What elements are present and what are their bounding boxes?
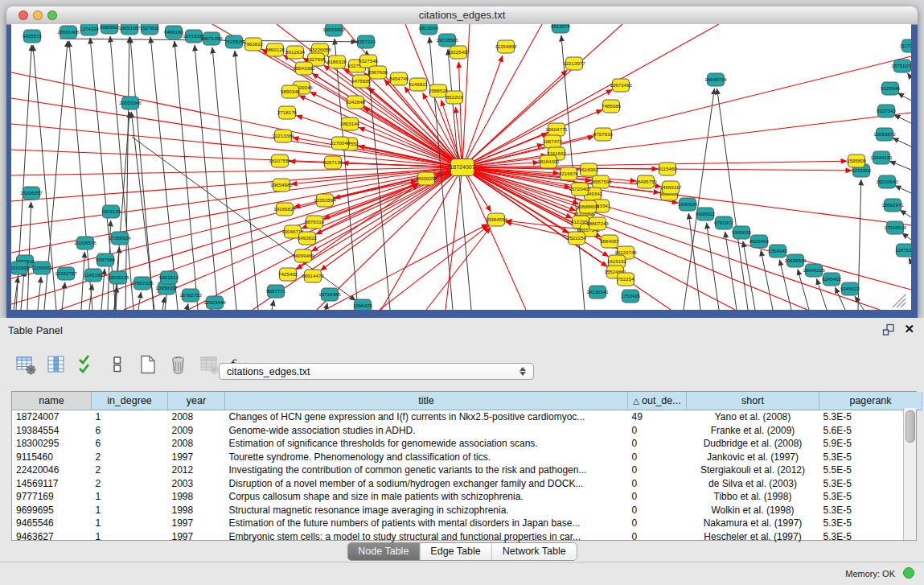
table-row[interactable]: 946362711997Embryonic stem cells: a mode… [12, 530, 922, 544]
black-edge[interactable] [725, 232, 737, 310]
tab-edge-table[interactable]: Edge Table [420, 543, 491, 560]
red-edge[interactable] [11, 167, 462, 304]
black-edge[interactable] [909, 258, 911, 262]
red-edge[interactable] [462, 56, 911, 167]
select-all-checks-button[interactable] [76, 355, 98, 377]
table-cell[interactable]: 0 [628, 504, 687, 517]
black-edge[interactable] [743, 241, 755, 310]
table-cell[interactable]: Disruption of a novel member of a sodium… [225, 477, 628, 491]
table-row[interactable]: 1830029562008Estimation of significance … [12, 437, 922, 451]
table-cell[interactable]: de Silva et al. (2003) [687, 477, 819, 491]
table-cell[interactable]: 22420046 [12, 463, 92, 477]
table-cell[interactable]: 0 [628, 437, 687, 451]
table-cell[interactable]: Tibbo et al. (1998) [687, 490, 819, 504]
table-cell[interactable]: 6 [92, 424, 168, 438]
table-cell[interactable]: 1 [92, 530, 168, 544]
table-row[interactable]: 977716911998Corpus callosum shape and si… [12, 490, 922, 504]
black-edge[interactable] [38, 277, 41, 310]
black-edge[interactable] [150, 37, 178, 310]
black-edge[interactable] [195, 45, 218, 310]
table-cell[interactable]: Estimation of significance thresholds fo… [225, 437, 628, 451]
minimize-window-button[interactable] [33, 10, 43, 20]
red-edge[interactable] [462, 56, 503, 167]
table-cell[interactable]: Jankovic et al. (1997) [687, 451, 819, 464]
table-settings-button[interactable] [14, 355, 37, 377]
clear-selection-button[interactable] [106, 355, 129, 377]
table-cell[interactable]: Corpus callosum shape and size in male p… [225, 490, 628, 504]
table-cell[interactable]: 1 [92, 490, 168, 504]
table-cell[interactable]: 1998 [168, 504, 225, 517]
column-select-button[interactable] [45, 355, 68, 377]
table-cell[interactable]: 2012 [168, 463, 225, 477]
table-cell[interactable]: 18724007 [12, 410, 92, 424]
table-row[interactable]: 1872400712008Changes of HCN gene express… [12, 410, 922, 424]
table-row[interactable]: 1456911722003Disruption of a novel membe… [12, 477, 922, 491]
table-cell[interactable]: Stergiakouli et al. (2012) [687, 463, 819, 477]
black-edge[interactable] [235, 51, 258, 310]
black-edge[interactable] [717, 89, 748, 310]
table-row[interactable]: 2242004622012Investigating the contribut… [12, 463, 922, 477]
table-cell[interactable]: 2003 [168, 477, 225, 491]
close-window-button[interactable] [18, 10, 28, 20]
black-edge[interactable] [272, 300, 274, 310]
table-cell[interactable]: 0 [628, 451, 687, 464]
table-cell[interactable]: 2008 [168, 437, 225, 451]
table-vertical-scrollbar[interactable] [903, 408, 916, 540]
tab-node-table[interactable]: Node Table [347, 543, 420, 560]
table-cell[interactable]: 1 [92, 517, 168, 530]
black-edge[interactable] [187, 304, 188, 310]
column-header-year[interactable]: year [168, 392, 225, 410]
red-edge[interactable] [462, 167, 911, 290]
table-cell[interactable]: 14569117 [12, 477, 92, 491]
table-selector-dropdown[interactable]: citations_edges.txt [219, 363, 534, 380]
table-cell[interactable]: 0 [628, 530, 687, 544]
table-cell[interactable]: 18300295 [12, 437, 92, 451]
table-cell[interactable]: 9465546 [12, 517, 92, 530]
table-cell[interactable]: Structural magnetic resonance image aver… [225, 504, 628, 517]
red-edge[interactable] [462, 24, 622, 167]
table-cell[interactable]: 2 [92, 477, 168, 491]
black-edge[interactable] [761, 250, 773, 310]
table-cell[interactable]: Estimation of the future numbers of pati… [225, 517, 628, 530]
table-cell[interactable]: 9777169 [12, 490, 92, 504]
table-cell[interactable]: Embryonic stem cells: a model to study s… [225, 530, 628, 544]
table-cell[interactable]: 1997 [168, 517, 225, 530]
table-cell[interactable]: 6 [92, 437, 168, 451]
red-edge[interactable] [11, 124, 462, 167]
table-cell[interactable]: Investigating the contribution of common… [225, 463, 628, 477]
red-edge[interactable] [462, 161, 847, 167]
network-canvas[interactable]: 9435572206914061274324899085210653267152… [11, 24, 911, 310]
new-file-button[interactable] [137, 355, 159, 377]
table-cell[interactable]: 0 [628, 463, 687, 477]
table-cell[interactable]: 2 [92, 463, 168, 477]
resize-grip-icon[interactable] [897, 299, 906, 307]
column-header-out_de[interactable]: △out_de... [628, 392, 687, 410]
column-header-in_degree[interactable]: in_degree [92, 392, 168, 410]
float-window-icon[interactable] [882, 323, 895, 340]
red-edge[interactable] [11, 167, 462, 227]
red-edge[interactable] [462, 90, 612, 167]
scrollbar-thumb[interactable] [906, 410, 915, 443]
zoom-window-button[interactable] [47, 10, 57, 20]
table-cell[interactable]: Dudbridge et al. (2008) [687, 437, 819, 451]
table-row[interactable]: 969969511998Structural magnetic resonanc… [12, 504, 922, 517]
column-header-title[interactable]: title [225, 392, 628, 410]
black-edge[interactable] [855, 296, 864, 310]
network-window-titlebar[interactable]: citations_edges.txt [6, 6, 918, 25]
column-header-name[interactable]: name [12, 392, 92, 410]
black-edge[interactable] [898, 93, 911, 101]
table-cell[interactable]: 9115460 [12, 451, 92, 464]
table-cell[interactable]: 19384554 [12, 424, 92, 438]
red-edge[interactable] [380, 225, 489, 310]
table-cell[interactable]: 0 [628, 517, 687, 530]
black-edge[interactable] [893, 138, 911, 146]
red-edge[interactable] [462, 167, 852, 171]
table-cell[interactable]: 0 [628, 424, 687, 438]
table-cell[interactable]: 2009 [168, 424, 225, 438]
black-edge[interactable] [894, 115, 911, 123]
black-edge[interactable] [367, 51, 390, 310]
black-edge[interactable] [162, 297, 165, 310]
table-cell[interactable]: Nakamura et al. (1997) [687, 517, 819, 530]
tab-network-table[interactable]: Network Table [492, 543, 577, 560]
network-canvas-svg[interactable]: 9435572206914061274324899085210653267152… [11, 24, 911, 310]
